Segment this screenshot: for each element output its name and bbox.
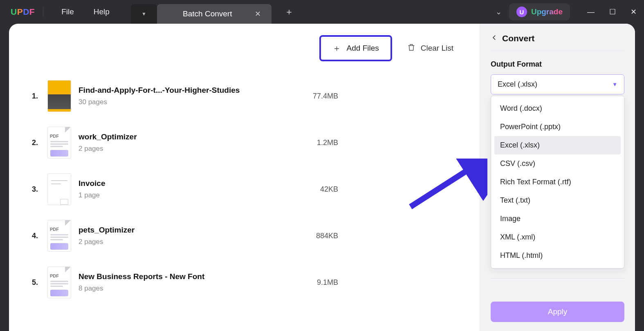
file-meta: pets_Optimizer2 pages	[79, 226, 250, 246]
chevron-down-icon[interactable]: ⌄	[488, 3, 509, 20]
dropdown-item[interactable]: Image	[494, 210, 621, 228]
file-size: 884KB	[316, 232, 338, 240]
add-files-button[interactable]: ＋ Add Files	[319, 35, 392, 61]
dropdown-item[interactable]: CSV (.csv)	[494, 154, 621, 173]
output-format-label: Output Format	[491, 60, 624, 69]
window-close-button[interactable]: ✕	[623, 4, 644, 20]
file-thumbnail: PDF	[47, 127, 71, 159]
sidebar-divider	[491, 278, 624, 279]
titlebar: UPDF File Help ▼ Batch Convert ✕ ＋ ⌄ U U…	[0, 0, 644, 24]
selected-value: Excel (.xlsx)	[498, 80, 537, 89]
row-number: 3.	[32, 185, 47, 194]
clear-list-label: Clear List	[421, 44, 453, 53]
caret-down-icon: ▼	[141, 11, 146, 17]
file-meta: Find-and-Apply-For-t...-Your-Higher-Stud…	[79, 86, 250, 106]
table-row[interactable]: 4.PDFpets_Optimizer2 pages884KB	[32, 212, 457, 259]
upgrade-button[interactable]: U Upgrade	[509, 3, 570, 20]
output-format-dropdown: Word (.docx)PowerPoint (.pptx)Excel (.xl…	[491, 96, 624, 268]
sidebar-header: Convert	[491, 34, 624, 51]
close-icon[interactable]: ✕	[255, 9, 261, 18]
dropdown-item[interactable]: Excel (.xlsx)	[494, 136, 621, 154]
upgrade-badge-icon: U	[516, 7, 527, 17]
tab-add-button[interactable]: ＋	[278, 2, 300, 22]
tab-dropdown[interactable]: ▼	[131, 4, 157, 24]
table-row[interactable]: 5.PDFNew Business Reports - New Font8 pa…	[32, 259, 457, 306]
file-meta: Invoice1 page	[79, 179, 250, 199]
file-list: 1.Find-and-Apply-For-t...-Your-Higher-St…	[32, 73, 457, 306]
output-format-select-wrap: Excel (.xlsx) ▼ Word (.docx)PowerPoint (…	[491, 74, 624, 94]
file-thumbnail	[47, 173, 71, 205]
window-maximize-button[interactable]: ☐	[602, 4, 623, 20]
file-name: work_Optimizer	[79, 132, 250, 141]
table-row[interactable]: 3.Invoice1 page42KB	[32, 166, 457, 212]
file-thumbnail	[47, 80, 71, 112]
file-size: 1.2MB	[317, 139, 338, 147]
file-size: 9.1MB	[317, 278, 338, 287]
file-name: Find-and-Apply-For-t...-Your-Higher-Stud…	[79, 86, 250, 95]
file-meta: New Business Reports - New Font8 pages	[79, 272, 250, 293]
main-panel: ＋ Add Files Clear List 1.Find-and-Apply-…	[9, 24, 480, 331]
dropdown-item[interactable]: Text (.txt)	[494, 191, 621, 210]
file-name: pets_Optimizer	[79, 226, 250, 235]
file-name: New Business Reports - New Font	[79, 272, 250, 281]
file-pages: 1 page	[79, 191, 250, 199]
menu-help[interactable]: Help	[84, 7, 119, 16]
window-minimize-button[interactable]: ―	[580, 4, 602, 20]
plus-icon: ＋	[332, 42, 341, 54]
file-meta: work_Optimizer2 pages	[79, 132, 250, 153]
file-pages: 2 pages	[79, 145, 250, 153]
dropdown-item[interactable]: PowerPoint (.pptx)	[494, 118, 621, 136]
row-number: 4.	[32, 232, 47, 240]
dropdown-item[interactable]: HTML (.html)	[494, 246, 621, 265]
sidebar: Convert Output Format Excel (.xlsx) ▼ Wo…	[480, 24, 635, 331]
file-thumbnail: PDF	[47, 266, 71, 298]
file-thumbnail: PDF	[47, 220, 71, 252]
table-row[interactable]: 1.Find-and-Apply-For-t...-Your-Higher-St…	[32, 73, 457, 119]
apply-button[interactable]: Apply	[491, 302, 624, 322]
upgrade-label: Upgrade	[531, 7, 563, 16]
dropdown-item[interactable]: Rich Text Format (.rtf)	[494, 173, 621, 191]
file-pages: 2 pages	[79, 238, 250, 246]
file-size: 42KB	[320, 185, 338, 194]
divider	[43, 7, 43, 17]
sidebar-title: Convert	[502, 34, 534, 43]
back-icon[interactable]	[491, 34, 498, 43]
tab-label: Batch Convert	[168, 9, 247, 18]
titlebar-right: ⌄ U Upgrade ― ☐ ✕	[488, 3, 644, 20]
dropdown-item[interactable]: XML (.xml)	[494, 228, 621, 246]
menu-file[interactable]: File	[52, 7, 84, 16]
file-size: 77.4MB	[313, 92, 338, 101]
workspace: ＋ Add Files Clear List 1.Find-and-Apply-…	[9, 24, 635, 331]
tab-batch-convert[interactable]: Batch Convert ✕	[157, 4, 272, 24]
clear-list-button[interactable]: Clear List	[407, 43, 453, 54]
file-pages: 8 pages	[79, 284, 250, 293]
caret-down-icon: ▼	[612, 81, 617, 87]
row-number: 2.	[32, 139, 47, 147]
tabbar: ▼ Batch Convert ✕ ＋	[131, 0, 300, 24]
table-row[interactable]: 2.PDFwork_Optimizer2 pages1.2MB	[32, 119, 457, 166]
app-logo: UPDF	[11, 7, 35, 17]
dropdown-item[interactable]: Word (.docx)	[494, 99, 621, 118]
row-number: 5.	[32, 278, 47, 287]
row-number: 1.	[32, 92, 47, 101]
add-files-label: Add Files	[347, 44, 379, 53]
output-format-select[interactable]: Excel (.xlsx) ▼	[491, 74, 624, 94]
trash-icon	[407, 43, 416, 54]
action-bar: ＋ Add Files Clear List	[32, 35, 457, 61]
file-pages: 30 pages	[79, 98, 250, 106]
file-name: Invoice	[79, 179, 250, 188]
